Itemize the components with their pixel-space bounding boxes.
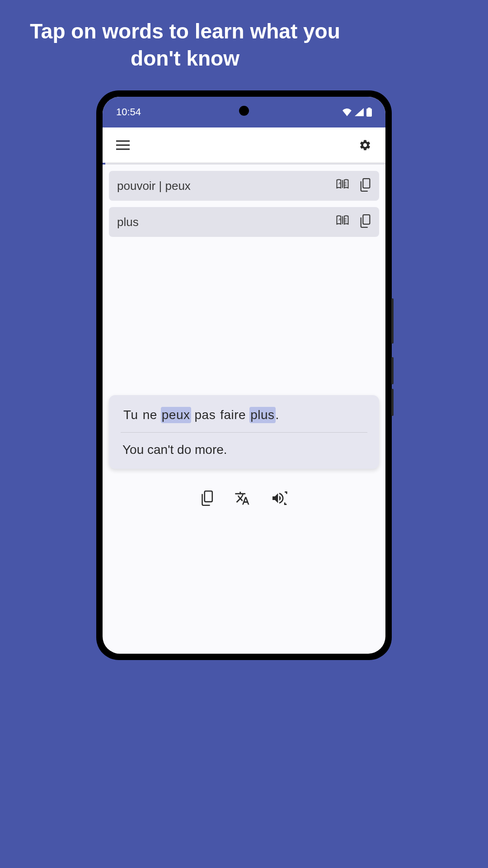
sentence-card: Tunepeuxpasfaireplus. You can't do more. xyxy=(109,395,370,469)
app-bar xyxy=(103,127,370,163)
sentence-word[interactable]: Tu xyxy=(122,407,139,423)
bottom-actions xyxy=(103,491,370,508)
battery-icon xyxy=(366,108,370,117)
svg-rect-17 xyxy=(205,491,212,502)
dictionary-button[interactable]: A xyxy=(336,214,349,230)
divider xyxy=(121,432,367,433)
sentence-word[interactable]: plus xyxy=(249,407,275,423)
word-card[interactable]: plus A xyxy=(109,207,370,237)
status-bar: 10:54 xyxy=(103,97,370,127)
translate-icon xyxy=(235,491,250,506)
copy-sentence-button[interactable] xyxy=(200,491,214,508)
book-icon: A xyxy=(336,214,349,226)
gear-icon xyxy=(359,139,370,151)
speaker-icon xyxy=(271,491,288,506)
copy-button[interactable] xyxy=(359,214,370,230)
progress-bar xyxy=(103,163,370,165)
menu-button[interactable] xyxy=(114,136,132,154)
copy-icon xyxy=(359,178,370,192)
word-card[interactable]: pouvoir | peux A xyxy=(109,171,370,201)
copy-button[interactable] xyxy=(359,178,370,193)
book-icon: A xyxy=(336,178,349,190)
svg-text:A: A xyxy=(338,181,341,185)
dictionary-button[interactable]: A xyxy=(336,178,349,193)
status-icons xyxy=(342,108,370,117)
wifi-icon xyxy=(342,108,352,116)
svg-rect-1 xyxy=(368,108,370,109)
translate-button[interactable] xyxy=(235,491,250,508)
sentence-word[interactable]: pas xyxy=(194,407,217,423)
speak-button[interactable] xyxy=(271,491,288,508)
progress-fill xyxy=(103,163,105,165)
word-card-text: pouvoir | peux xyxy=(117,179,191,193)
copy-icon xyxy=(200,491,214,506)
svg-text:A: A xyxy=(338,217,341,222)
word-card-text: plus xyxy=(117,215,139,229)
sentence-word[interactable]: faire xyxy=(219,407,247,423)
svg-rect-16 xyxy=(363,215,370,224)
sentence-translation: You can't do more. xyxy=(122,443,366,457)
settings-button[interactable] xyxy=(356,136,370,154)
status-time: 10:54 xyxy=(116,106,141,118)
svg-rect-10 xyxy=(363,179,370,188)
signal-icon xyxy=(355,108,364,116)
phone-frame: 10:54 pouvoir | peux A xyxy=(96,90,370,658)
sentence-word[interactable]: ne xyxy=(142,407,158,423)
phone-camera-notch xyxy=(239,106,249,116)
sentence-punct: . xyxy=(276,408,279,422)
copy-icon xyxy=(359,214,370,228)
content-area: pouvoir | peux A plus A xyxy=(103,165,370,237)
sentence-word[interactable]: peux xyxy=(161,407,191,423)
promo-headline: Tap on words to learn what you don't kno… xyxy=(0,0,370,90)
svg-rect-0 xyxy=(366,108,370,117)
sentence-source: Tunepeuxpasfaireplus. xyxy=(122,407,366,432)
hamburger-icon xyxy=(116,140,130,151)
